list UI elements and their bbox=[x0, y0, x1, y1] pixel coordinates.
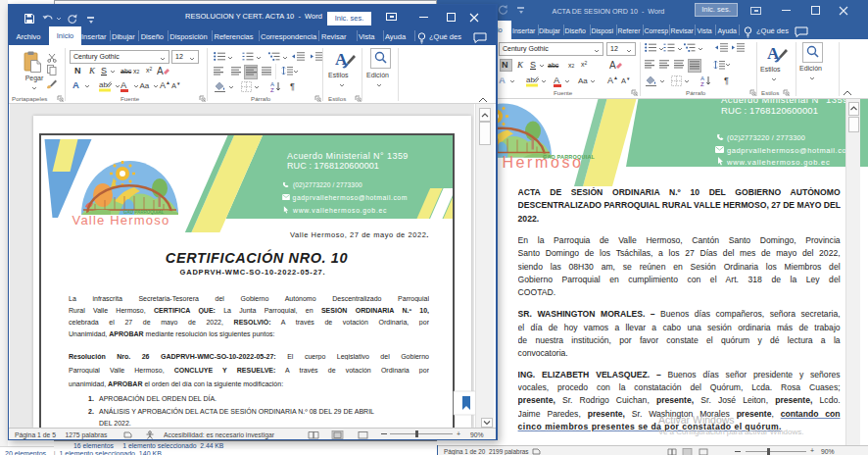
svg-text:A: A bbox=[609, 60, 616, 71]
svg-text:A: A bbox=[121, 79, 127, 90]
svg-text:ab: ab bbox=[526, 76, 535, 84]
svg-text:A: A bbox=[157, 66, 164, 76]
svg-text:ab: ab bbox=[99, 80, 108, 89]
svg-text:Z: Z bbox=[270, 87, 274, 92]
svg-text:Z: Z bbox=[700, 81, 704, 86]
svg-text:A: A bbox=[554, 75, 560, 85]
